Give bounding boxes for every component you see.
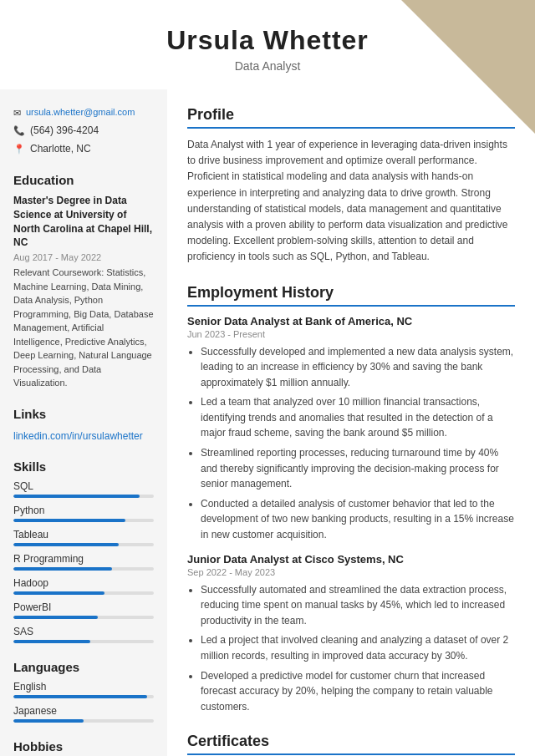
- header: Ursula Whetter Data Analyst: [0, 0, 535, 89]
- linkedin-link[interactable]: linkedin.com/in/ursulawhetter: [13, 430, 143, 442]
- skill-bar-bg: [13, 519, 154, 522]
- languages-title: Languages: [13, 660, 154, 674]
- phone-icon: 📞: [13, 124, 25, 137]
- languages-section: Languages English Japanese: [13, 660, 154, 723]
- language-bar-fill: [13, 719, 84, 723]
- employment-title: Employment History: [187, 284, 515, 307]
- job-bullet: Led a team that analyzed over 10 million…: [201, 394, 515, 441]
- skill-label: Hadoop: [13, 577, 154, 589]
- body-layout: ✉ ursula.whetter@gmail.com 📞 (564) 396-4…: [0, 89, 535, 756]
- candidate-title: Data Analyst: [17, 59, 518, 73]
- language-bar-fill: [13, 695, 147, 698]
- skill-label: SQL: [13, 480, 154, 492]
- job-item: Junior Data Analyst at Cisco Systems, NC…: [187, 553, 515, 715]
- skill-bar-fill: [13, 495, 140, 498]
- job-bullets-list: Successfully developed and implemented a…: [187, 344, 515, 543]
- employment-section: Employment History Senior Data Analyst a…: [187, 284, 515, 715]
- skill-bar-bg: [13, 640, 154, 643]
- skill-bar-bg: [13, 616, 154, 619]
- links-section: Links linkedin.com/in/ursulawhetter: [13, 407, 154, 443]
- certificates-title: Certificates: [187, 733, 515, 755]
- education-title: Education: [13, 173, 154, 187]
- job-bullet: Successfully developed and implemented a…: [201, 344, 515, 391]
- linkedin-link-item: linkedin.com/in/ursulawhetter: [13, 428, 154, 443]
- email-link[interactable]: ursula.whetter@gmail.com: [26, 106, 135, 119]
- skill-bar-fill: [13, 640, 90, 643]
- location-icon: 📍: [13, 143, 25, 155]
- languages-list: English Japanese: [13, 681, 154, 723]
- skill-bar-fill: [13, 567, 112, 571]
- language-bar-bg: [13, 695, 154, 698]
- language-label: English: [13, 681, 154, 693]
- skill-item: SAS: [13, 626, 154, 643]
- edu-date: Aug 2017 - May 2022: [13, 252, 154, 262]
- skill-item: Tableau: [13, 529, 154, 546]
- jobs-list: Senior Data Analyst at Bank of America, …: [187, 315, 515, 715]
- email-item: ✉ ursula.whetter@gmail.com: [13, 106, 154, 119]
- language-item: English: [13, 681, 154, 698]
- email-icon: ✉: [13, 107, 21, 119]
- location-item: 📍 Charlotte, NC: [13, 142, 154, 156]
- job-bullets-list: Successfully automated and streamlined t…: [187, 582, 515, 715]
- skill-label: SAS: [13, 626, 154, 637]
- job-title: Senior Data Analyst at Bank of America, …: [187, 315, 515, 327]
- skill-bar-fill: [13, 519, 125, 522]
- phone-text: (564) 396-4204: [30, 124, 99, 138]
- skill-bar-fill: [13, 591, 104, 595]
- job-title: Junior Data Analyst at Cisco Systems, NC: [187, 553, 515, 566]
- candidate-name: Ursula Whetter: [17, 25, 518, 56]
- skill-bar-fill: [13, 616, 98, 619]
- header-content: Ursula Whetter Data Analyst: [17, 25, 518, 73]
- education-section: Education Master's Degree in Data Scienc…: [13, 173, 154, 390]
- phone-item: 📞 (564) 396-4204: [13, 124, 154, 138]
- skill-bar-bg: [13, 495, 154, 498]
- job-bullet: Streamlined reporting processes, reducin…: [201, 445, 515, 492]
- links-title: Links: [13, 407, 154, 421]
- skill-label: R Programming: [13, 553, 154, 565]
- edu-coursework: Relevant Coursework: Statistics, Machine…: [13, 266, 154, 390]
- hobbies-title: Hobbies: [13, 739, 154, 753]
- job-date: Sep 2022 - May 2023: [187, 567, 515, 577]
- skill-item: SQL: [13, 480, 154, 498]
- hobbies-section: Hobbies: [13, 739, 154, 753]
- job-date: Jun 2023 - Present: [187, 329, 515, 339]
- job-bullet: Successfully automated and streamlined t…: [201, 582, 515, 629]
- skill-item: Python: [13, 505, 154, 522]
- skill-bar-fill: [13, 543, 119, 546]
- skill-label: Python: [13, 505, 154, 516]
- job-bullet: Led a project that involved cleaning and…: [201, 632, 515, 663]
- job-item: Senior Data Analyst at Bank of America, …: [187, 315, 515, 543]
- language-label: Japanese: [13, 705, 154, 717]
- skill-bar-bg: [13, 567, 154, 571]
- job-bullet: Developed a predictive model for custome…: [201, 668, 515, 715]
- skill-bar-bg: [13, 591, 154, 595]
- job-bullet: Conducted a detailed analysis of custome…: [201, 496, 515, 543]
- skill-item: PowerBI: [13, 601, 154, 619]
- skills-list: SQL Python Tableau R Programming Hadoop: [13, 480, 154, 643]
- skills-section: Skills SQL Python Tableau R Programming …: [13, 459, 154, 643]
- skill-item: R Programming: [13, 553, 154, 571]
- edu-degree: Master's Degree in Data Science at Unive…: [13, 194, 154, 250]
- sidebar: ✉ ursula.whetter@gmail.com 📞 (564) 396-4…: [0, 89, 167, 756]
- skill-item: Hadoop: [13, 577, 154, 595]
- language-item: Japanese: [13, 705, 154, 723]
- certificates-section: Certificates Certified Data Management P…: [187, 733, 515, 756]
- contact-section: ✉ ursula.whetter@gmail.com 📞 (564) 396-4…: [13, 106, 154, 156]
- resume-container: Ursula Whetter Data Analyst ✉ ursula.whe…: [0, 0, 535, 756]
- language-bar-bg: [13, 719, 154, 723]
- skill-bar-bg: [13, 543, 154, 546]
- location-text: Charlotte, NC: [30, 142, 91, 156]
- skill-label: Tableau: [13, 529, 154, 540]
- main-content: Profile Data Analyst with 1 year of expe…: [167, 89, 535, 756]
- skills-title: Skills: [13, 459, 154, 474]
- profile-text: Data Analyst with 1 year of experience i…: [187, 137, 515, 266]
- skill-label: PowerBI: [13, 601, 154, 613]
